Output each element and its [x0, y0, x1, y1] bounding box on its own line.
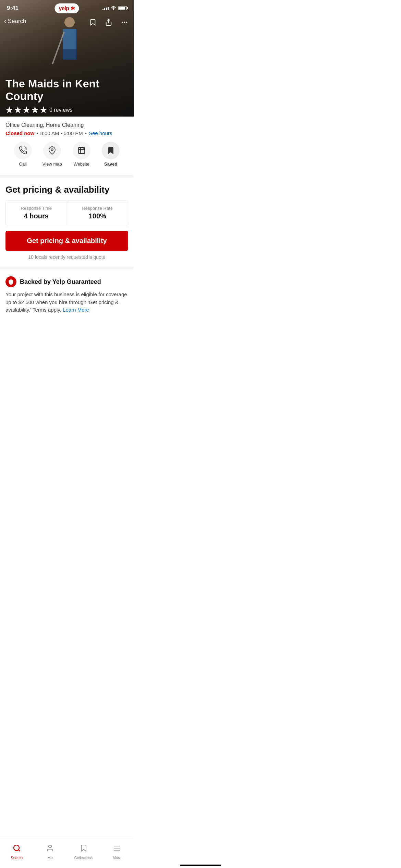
hero-section: 9:41 yelp ✱: [0, 0, 134, 117]
response-stats: Response Time 4 hours Response Rate 100%: [5, 201, 128, 225]
map-label: View map: [42, 161, 62, 167]
svg-point-2: [122, 22, 123, 23]
view-map-button[interactable]: View map: [38, 142, 67, 167]
guaranteed-header: Backed by Yelp Guaranteed: [5, 276, 128, 287]
call-label: Call: [19, 161, 27, 167]
hero-image: [63, 17, 76, 60]
stars-row: 0 reviews: [5, 106, 128, 114]
call-icon: [14, 142, 32, 159]
guaranteed-title: Backed by Yelp Guaranteed: [20, 278, 101, 286]
quote-text: 10 locals recently requested a quote: [5, 254, 128, 260]
learn-more-link[interactable]: Learn More: [63, 307, 89, 313]
svg-point-3: [124, 22, 125, 23]
website-button[interactable]: Website: [67, 142, 96, 167]
response-time-value: 4 hours: [11, 212, 62, 220]
guaranteed-section: Backed by Yelp Guaranteed Your project w…: [0, 269, 134, 321]
see-hours-link[interactable]: See hours: [89, 130, 112, 136]
saved-icon: [102, 142, 120, 159]
website-icon: [73, 142, 90, 159]
star-3: [23, 106, 30, 114]
bookmark-button[interactable]: [88, 17, 98, 29]
pricing-section: Get pricing & availability Response Time…: [0, 178, 134, 269]
map-icon: [43, 142, 61, 159]
svg-point-5: [51, 149, 53, 151]
closed-badge: Closed now: [5, 130, 34, 136]
category-text: Office Cleaning, Home Cleaning: [5, 122, 128, 128]
back-label: Search: [8, 18, 26, 25]
business-info-section: Office Cleaning, Home Cleaning Closed no…: [0, 117, 134, 178]
hours-row: Closed now • 8:00 AM - 5:00 PM • See hou…: [5, 130, 128, 136]
yelp-shield-icon: [5, 276, 16, 287]
star-5: [40, 106, 47, 114]
wifi-icon: [111, 6, 116, 11]
guaranteed-text: Your project with this business is eligi…: [5, 291, 128, 314]
battery-icon: [118, 6, 127, 10]
share-button[interactable]: [104, 17, 114, 29]
response-rate-value: 100%: [72, 212, 123, 220]
call-button[interactable]: Call: [8, 142, 38, 167]
saved-label: Saved: [104, 161, 117, 167]
action-buttons: Call View map: [5, 136, 128, 169]
star-4: [31, 106, 39, 114]
star-rating: [5, 106, 47, 114]
response-rate-stat: Response Rate 100%: [67, 201, 128, 225]
review-count: 0 reviews: [49, 107, 73, 113]
response-rate-label: Response Rate: [72, 206, 123, 211]
status-bar: 9:41 yelp ✱: [0, 0, 134, 14]
svg-point-0: [113, 9, 114, 10]
yelp-logo: yelp ✱: [54, 3, 79, 13]
more-options-button[interactable]: [119, 17, 130, 29]
response-time-stat: Response Time 4 hours: [6, 201, 67, 225]
nav-actions: [88, 17, 130, 29]
back-chevron-icon: ‹: [4, 17, 7, 25]
signal-bars: [102, 6, 109, 10]
back-navigation[interactable]: ‹ Search: [4, 17, 26, 25]
hero-overlay: The Maids in Kent County 0 reviews: [0, 71, 134, 117]
status-icons: [102, 6, 127, 11]
status-time: 9:41: [7, 5, 19, 12]
yelp-logo-text: yelp: [59, 5, 69, 12]
pricing-title: Get pricing & availability: [5, 184, 128, 195]
dot-separator-2: •: [85, 130, 87, 136]
hours-text: 8:00 AM - 5:00 PM: [40, 130, 83, 136]
dot-separator: •: [36, 130, 38, 136]
saved-button[interactable]: Saved: [96, 142, 126, 167]
get-pricing-button[interactable]: Get pricing & availability: [5, 231, 128, 251]
svg-point-4: [126, 22, 127, 23]
yelp-star-icon: ✱: [71, 5, 75, 12]
response-time-label: Response Time: [11, 206, 62, 211]
business-title: The Maids in Kent County: [5, 77, 128, 103]
website-label: Website: [73, 161, 89, 167]
star-2: [14, 106, 22, 114]
star-1: [5, 106, 13, 114]
